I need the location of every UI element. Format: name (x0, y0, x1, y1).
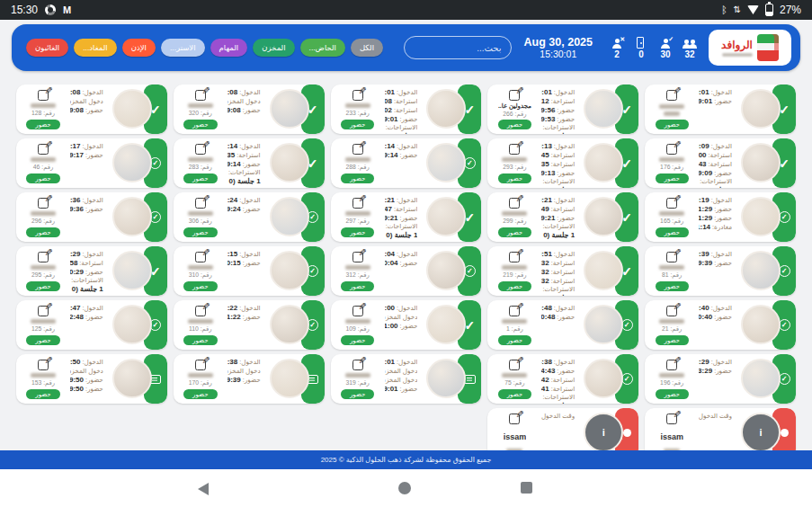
edit-icon[interactable] (666, 252, 677, 262)
employee-card[interactable]: ✓الدخول: 11:00دخول المخزن: 56:...حضور: 1… (331, 300, 482, 350)
employee-card[interactable]: ✓الدخول: 13:29حضور: 13:29رقم: 196حضور (645, 354, 796, 404)
employee-card[interactable]: ✓الدخول: 11:22حضور: 11:22رقم: 110حضور (174, 300, 325, 350)
employee-card[interactable]: ✓الدخول: 10:40حضور: 10:40رقم: 21حضور (645, 300, 796, 350)
edit-icon[interactable] (666, 414, 677, 424)
filter-button-2[interactable]: المخزن (253, 39, 294, 57)
employee-card[interactable]: ✓الدخول: 10:15حضور: 10:15رقم: 310حضور (174, 246, 325, 296)
time-line: حضور: 11:29 (699, 214, 732, 223)
edit-icon[interactable] (509, 252, 520, 262)
edit-icon[interactable] (38, 306, 49, 316)
edit-icon[interactable] (195, 144, 206, 155)
employee-card[interactable]: ✓الدخول: 09:09استراحة: 13:00 ...استراحة:… (645, 138, 796, 188)
avatar (112, 89, 152, 129)
edit-icon[interactable] (352, 360, 363, 370)
employee-card[interactable]: ✓الدخول: 09:51استراحة: 13:32 ...استراحة:… (487, 246, 638, 296)
time-line: حضور: 09:14 (228, 160, 261, 169)
check-icon: ✓ (465, 210, 476, 225)
edit-icon[interactable] (352, 252, 363, 262)
employee-card[interactable]: الدخول: 09:38دخول المخزن: 00:...حضور: 09… (174, 354, 325, 404)
edit-icon[interactable] (666, 144, 677, 155)
time-lines: الدخول: 09:39حضور: 09:39 (697, 246, 739, 296)
employee-card[interactable]: ✓الدخول: 09:36حضور: 09:36رقم: 296حضور (16, 192, 167, 242)
recents-button[interactable] (521, 482, 532, 494)
presence-badge: حضور (341, 120, 374, 129)
employee-card[interactable]: ✓الدخول: 09:13استراحة: 13:45 ...استراحة:… (487, 138, 638, 188)
filter-button-1[interactable]: الحاض... (300, 39, 345, 57)
search-input[interactable] (404, 36, 512, 59)
edit-icon[interactable] (352, 144, 363, 155)
edit-icon[interactable] (38, 252, 49, 262)
time-lines: الدخول: 13:29حضور: 13:29 (697, 354, 739, 404)
redacted-name (345, 211, 370, 216)
employee-card[interactable]: الدخول: 09:01دخول المخزن: 00:...دخول الم… (331, 354, 482, 404)
employee-number: رقم: 295 (31, 271, 55, 279)
time-line: حضور: 10:15 (228, 259, 261, 268)
edit-icon[interactable] (352, 198, 363, 209)
presence-badge: حضور (498, 120, 531, 129)
edit-icon[interactable] (666, 306, 677, 316)
time-line: استراحة: 13:12 ... (541, 97, 575, 106)
edit-icon[interactable] (352, 306, 363, 316)
edit-icon[interactable] (509, 144, 520, 155)
employee-card[interactable]: ✓الدخول: 09:14استراحة: 14:35 ...حضور: 09… (174, 138, 325, 188)
employee-card[interactable]: ✓الدخول: 09:17حضور: 09:17رقم: 46حضور (16, 138, 167, 188)
employee-card[interactable]: ✓الدخول: 10:04حضور: 10:04رقم: 312حضور (331, 246, 482, 296)
edit-icon[interactable] (509, 90, 520, 101)
edit-icon[interactable] (509, 360, 520, 370)
attendance-counters: ✕20✓3032 (609, 37, 698, 59)
employee-card[interactable]: ✓الدخول: 09:08دخول المخزن: 01:...حضور: 0… (174, 84, 325, 134)
edit-icon[interactable] (352, 90, 363, 101)
employee-card[interactable]: ✓الدخول: 09:01استراحة: 14:08 ...استراحة:… (331, 84, 482, 134)
filter-button-7[interactable]: الغائبون (26, 39, 68, 57)
employee-card[interactable]: iوقت الدخول: لم يحضر بعدissam (645, 408, 796, 450)
employee-card[interactable]: ✓الدخول: 10:48حضور: 10:48رقم: 1حضور (487, 300, 638, 350)
time-lines: الدخول: 10:04حضور: 10:04 (383, 246, 425, 296)
filter-button-4[interactable]: الاستر... (161, 39, 205, 57)
employee-card[interactable]: ✓الدخول: 09:21استراحة: 14:49 ...حضور: 09… (487, 192, 638, 242)
edit-icon[interactable] (195, 306, 206, 316)
card-side: رقم: 288حضور (331, 138, 383, 188)
time-line: الدخول: 09:51 (541, 250, 575, 259)
employee-card[interactable]: ✓الدخول: 09:01استراحة: 13:12 ...حضور: 09… (487, 84, 638, 134)
employee-card[interactable]: ✓الدخول: 09:19حضور: 11:29حضور: 11:29مغاد… (645, 192, 796, 242)
edit-icon[interactable] (509, 306, 520, 316)
edit-icon[interactable] (666, 90, 677, 101)
employee-card[interactable]: الدخول: 09:50دخول المخزن: 00:...حضور: 09… (16, 354, 167, 404)
edit-icon[interactable] (195, 252, 206, 262)
home-button[interactable] (398, 482, 411, 494)
filter-button-5[interactable]: الإذن (122, 39, 156, 57)
edit-icon[interactable] (38, 360, 49, 370)
filter-button-0[interactable]: الكل (351, 39, 383, 57)
time-line: حضور: 10:48 (541, 313, 575, 322)
employee-card[interactable]: ✓الدخول: 09:24حضور: 09:24رقم: 306حضور (174, 192, 325, 242)
edit-icon[interactable] (509, 198, 520, 209)
filter-button-3[interactable]: المهام (210, 39, 248, 57)
edit-icon[interactable] (38, 144, 49, 155)
back-button[interactable] (198, 483, 209, 495)
android-nav-bar (0, 469, 812, 507)
employee-card[interactable]: ✓الدخول: 09:39حضور: 09:39رقم: 81حضور (645, 246, 796, 296)
employee-card[interactable]: ✓الدخول: 09:01حضور: 09:01حضور (645, 84, 796, 134)
employee-cards-grid: ✓الدخول: 09:01حضور: 09:01حضور✓الدخول: 09… (0, 76, 812, 450)
employee-number: رقم: 170 (189, 379, 212, 387)
edit-icon[interactable] (666, 360, 677, 370)
employee-card[interactable]: ✓الدخول: 12:47حضور: 12:48رقم: 125حضور (16, 300, 167, 350)
edit-icon[interactable] (38, 198, 49, 209)
edit-icon[interactable] (666, 198, 677, 209)
employee-card[interactable]: ✓الدخول: 14:38حضور: 14:43استراحة: 14:42 … (487, 354, 638, 404)
employee-card[interactable]: ✓الدخول: 09:08دخول المخزن: 00:...حضور: 0… (16, 84, 167, 134)
employee-card[interactable]: ✓الدخول: 10:29استراحة: 13:58 ...حضور: 10… (16, 246, 167, 296)
card-side: رقم: 75حضور (487, 354, 540, 404)
filter-button-6[interactable]: المغاد... (74, 39, 116, 57)
employee-card[interactable]: ✓الدخول: 09:21استراحة: 14:47 ...حضور: 09… (331, 192, 482, 242)
employee-card[interactable]: ✓الدخول: 09:14حضور: 09:14رقم: 288حضور (331, 138, 482, 188)
employee-number: رقم: 312 (346, 271, 370, 279)
edit-icon[interactable] (195, 198, 206, 209)
edit-icon[interactable] (38, 90, 49, 101)
edit-icon[interactable] (195, 360, 206, 370)
time-lines: الدخول: 09:24حضور: 09:24 (226, 192, 268, 242)
counter-value: 0 (638, 49, 644, 59)
edit-icon[interactable] (195, 90, 206, 101)
employee-card[interactable]: iوقت الدخول: لم يحضر بعدissam (487, 408, 638, 450)
edit-icon[interactable] (509, 414, 520, 424)
